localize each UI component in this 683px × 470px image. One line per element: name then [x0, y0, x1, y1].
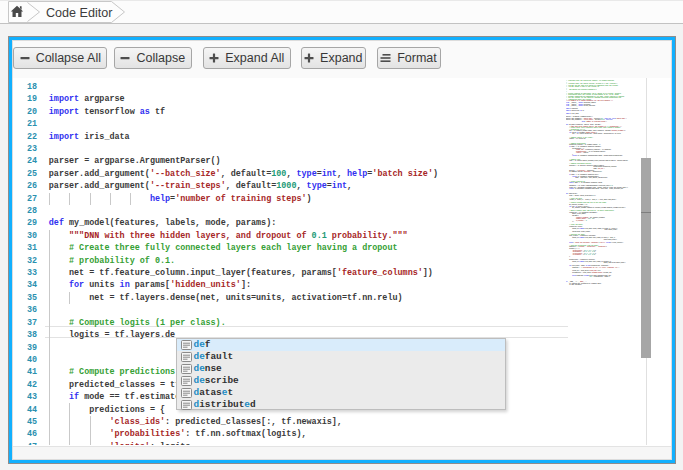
svg-text:Code Editor: Code Editor: [46, 6, 113, 20]
